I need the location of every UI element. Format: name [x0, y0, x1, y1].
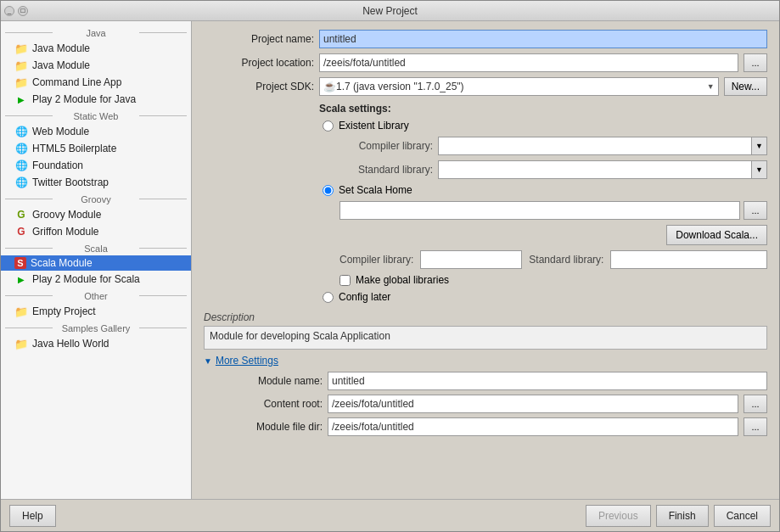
existent-library-row: Existent Library [204, 120, 767, 132]
play-icon: ▶ [14, 92, 28, 106]
compiler-library-input[interactable] [439, 138, 751, 154]
sidebar-item-html5-boilerplate[interactable]: 🌐 HTML5 Boilerplate [1, 140, 191, 157]
compiler-std-inline-row: Compiler library: Standard library: [204, 250, 767, 269]
sidebar-item-play2-java[interactable]: ▶ Play 2 Module for Java [1, 91, 191, 108]
make-global-libraries-label: Make global libraries [356, 274, 449, 286]
compiler-library-input2[interactable] [420, 250, 522, 269]
project-sdk-label: Project SDK: [204, 81, 314, 92]
more-settings-arrow-icon: ▼ [204, 356, 212, 366]
location-browse-button[interactable]: ... [744, 53, 767, 72]
globe-icon: 🌐 [14, 125, 28, 138]
sdk-value: 1.7 (java version "1.7.0_25") [336, 81, 707, 92]
download-scala-row: Download Scala... [204, 225, 767, 245]
sidebar-item-empty-project[interactable]: 📁 Empty Project [1, 303, 191, 320]
compiler-library-label: Compiler library: [339, 140, 433, 152]
description-label: Description [204, 311, 767, 323]
standard-library-input2[interactable] [610, 250, 767, 269]
standard-library-row: Standard library: ▼ [204, 160, 767, 179]
content-root-label: Content root: [212, 398, 323, 410]
window-title: New Project [362, 5, 418, 17]
sidebar-item-label: Griffon Module [32, 226, 99, 238]
standard-library-label: Standard library: [339, 164, 433, 176]
module-file-input[interactable] [328, 417, 738, 436]
sidebar-item-label: Scala Module [31, 257, 93, 269]
sidebar-item-label: Empty Project [32, 305, 96, 317]
existent-library-label: Existent Library [339, 120, 409, 132]
groovy-icon: G [14, 208, 28, 221]
folder-icon: 📁 [14, 305, 28, 318]
sidebar-item-label: Groovy Module [32, 209, 101, 221]
folder-icon: 📁 [14, 42, 28, 55]
cancel-button[interactable]: Cancel [714, 505, 771, 527]
standard-library-label2: Standard library: [529, 254, 603, 266]
sdk-icon: ☕ [323, 81, 336, 92]
module-name-input[interactable] [328, 372, 767, 390]
section-samples-gallery: Samples Gallery [1, 320, 191, 335]
config-later-radio[interactable] [323, 292, 334, 303]
content-root-browse-button[interactable]: ... [744, 395, 767, 413]
project-sdk-select[interactable]: ☕ 1.7 (java version "1.7.0_25") ▼ [319, 77, 719, 96]
sidebar-item-command-line-app[interactable]: 📁 Command Line App [1, 74, 191, 91]
compiler-library-dropdown[interactable]: ▼ [751, 137, 766, 154]
sidebar-item-java-module-2[interactable]: 📁 Java Module [1, 57, 191, 74]
download-scala-button[interactable]: Download Scala... [666, 225, 767, 245]
make-global-libraries-row: Make global libraries [204, 274, 767, 286]
globe-icon: 🌐 [14, 142, 28, 155]
module-file-browse-button[interactable]: ... [744, 417, 767, 436]
play-icon: ▶ [14, 272, 28, 286]
existent-library-radio[interactable] [323, 120, 334, 132]
sidebar-item-label: Twitter Bootstrap [32, 176, 109, 188]
sidebar-item-label: Play 2 Module for Scala [32, 273, 140, 285]
folder-icon: 📁 [14, 59, 28, 72]
sidebar-item-label: Java Module [32, 59, 90, 71]
content-root-row: Content root: ... [212, 395, 767, 413]
standard-library-input[interactable] [439, 162, 751, 177]
sdk-new-button[interactable]: New... [724, 77, 767, 96]
sdk-dropdown-arrow: ▼ [707, 82, 715, 91]
scala-settings-label: Scala settings: [319, 103, 391, 115]
section-java: Java [1, 25, 191, 40]
sidebar-item-web-module[interactable]: 🌐 Web Module [1, 123, 191, 140]
sidebar-item-play2-scala[interactable]: ▶ Play 2 Module for Scala [1, 271, 191, 288]
scala-home-browse-button[interactable]: ... [744, 201, 767, 220]
sidebar-item-label: HTML5 Boilerplate [32, 143, 116, 154]
sidebar-item-foundation[interactable]: 🌐 Foundation [1, 157, 191, 174]
maximize-button[interactable]: □ [18, 6, 28, 16]
module-file-row: Module file dir: ... [212, 417, 767, 436]
previous-button[interactable]: Previous [586, 505, 651, 527]
project-sdk-row: Project SDK: ☕ 1.7 (java version "1.7.0_… [204, 77, 767, 96]
sidebar-item-label: Foundation [32, 160, 83, 171]
window-controls: _ □ [4, 6, 28, 16]
standard-library-dropdown[interactable]: ▼ [751, 161, 766, 178]
sidebar-item-label: Java Module [32, 42, 90, 54]
sidebar-item-twitter-bootstrap[interactable]: 🌐 Twitter Bootstrap [1, 174, 191, 191]
sidebar-item-java-hello-world[interactable]: 📁 Java Hello World [1, 335, 191, 352]
sidebar-item-java-module-1[interactable]: 📁 Java Module [1, 40, 191, 57]
finish-button[interactable]: Finish [656, 505, 709, 527]
minimize-button[interactable]: _ [4, 6, 14, 16]
section-static-web: Static Web [1, 108, 191, 123]
section-other: Other [1, 288, 191, 303]
section-groovy: Groovy [1, 191, 191, 206]
sidebar-item-label: Play 2 Module for Java [32, 93, 136, 105]
more-settings-toggle[interactable]: ▼ More Settings [204, 355, 767, 367]
set-scala-home-radio[interactable] [323, 185, 334, 196]
section-scala: Scala [1, 240, 191, 255]
bottom-right-buttons: Previous Finish Cancel [586, 505, 771, 527]
sidebar-item-griffon-module[interactable]: G Griffon Module [1, 223, 191, 240]
content-root-input[interactable] [328, 395, 738, 413]
description-box: Module for developing Scala Application [204, 326, 767, 350]
more-settings-content: Module name: Content root: ... Module fi… [204, 372, 767, 436]
sidebar-item-label: Web Module [32, 126, 89, 137]
sidebar-item-groovy-module[interactable]: G Groovy Module [1, 206, 191, 223]
scala-home-input[interactable] [339, 201, 740, 220]
griffon-icon: G [14, 225, 28, 238]
make-global-libraries-checkbox[interactable] [339, 275, 351, 286]
project-location-input[interactable] [319, 53, 738, 72]
module-file-label: Module file dir: [212, 421, 323, 433]
project-name-row: Project name: [204, 30, 767, 48]
project-name-input[interactable] [319, 30, 767, 48]
sidebar-item-scala-module[interactable]: S Scala Module [1, 255, 191, 271]
compiler-library-row: Compiler library: ▼ [204, 137, 767, 155]
help-button[interactable]: Help [9, 505, 56, 527]
